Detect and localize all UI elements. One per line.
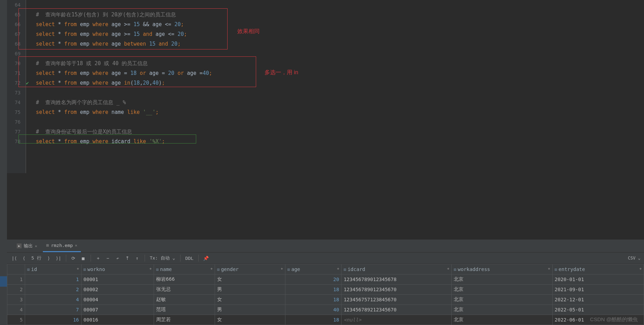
close-icon[interactable]: ✕ — [35, 244, 37, 248]
cell-entrydate[interactable]: 2022-05-01 — [552, 305, 644, 315]
refresh-button[interactable]: ⟳ — [69, 254, 78, 263]
ddl-button[interactable]: DDL — [183, 256, 196, 261]
line-number: 72 — [0, 78, 21, 88]
code-line[interactable]: select * from emp where age in(18,20,40)… — [36, 78, 644, 88]
cell-workaddress[interactable]: 北京 — [452, 285, 552, 295]
cell-idcard[interactable]: 123456789212345670 — [342, 305, 452, 315]
table-row[interactable]: 3400004赵敏女18123456757123845670北京2022-12-… — [7, 295, 644, 305]
left-marker — [0, 276, 7, 287]
cell-gender[interactable]: 男 — [215, 285, 285, 295]
code-line[interactable]: # 查询身份证号最后一位是X的员工信息 — [36, 127, 644, 137]
column-header-id[interactable]: ⊞id◆ — [25, 264, 81, 274]
result-grid[interactable]: ⊞id◆⊞workno◆⊞name◆⊞gender◆⊞age◆⊞idcard◆⊞… — [7, 264, 644, 325]
cell-gender[interactable]: 女 — [215, 295, 285, 305]
tx-label[interactable]: Tx: 自动 ⌄ — [148, 255, 177, 261]
code-line[interactable]: select * from emp where age >= 15 && age… — [36, 20, 644, 29]
first-page-button[interactable]: |⟨ — [10, 254, 19, 263]
cell-entrydate[interactable]: 2021-09-01 — [552, 285, 644, 295]
cell-gender[interactable]: 男 — [215, 305, 285, 315]
cell-workaddress[interactable]: 北京 — [452, 295, 552, 305]
tab-output[interactable]: ▶ 输出 ✕ — [13, 240, 41, 252]
column-header-age[interactable]: ⊞age◆ — [285, 264, 341, 274]
table-row[interactable]: 51600016周芷若女18<null>北京2022-06-01 — [7, 315, 644, 325]
tab-result-label: rmzh.emp — [51, 243, 73, 248]
code-line[interactable] — [36, 0, 644, 10]
cell-name[interactable]: 范瑶 — [154, 305, 215, 315]
cell-age[interactable]: 18 — [285, 315, 341, 325]
prev-page-button[interactable]: ⟨ — [20, 254, 29, 263]
column-header-gender[interactable]: ⊞gender◆ — [215, 264, 285, 274]
cell-workno[interactable]: 00016 — [81, 315, 154, 325]
cell-workno[interactable]: 00004 — [81, 295, 154, 305]
code-line[interactable] — [36, 49, 644, 59]
cell-id[interactable]: 16 — [25, 315, 81, 325]
remove-row-button[interactable]: − — [104, 254, 113, 263]
line-number: 66 — [0, 20, 21, 29]
code-line[interactable]: select * from emp where age >= 15 and ag… — [36, 29, 644, 39]
cell-workaddress[interactable]: 北京 — [452, 315, 552, 325]
code-line[interactable]: # 查询年龄等于18 或 20 或 40 的员工信息 — [36, 59, 644, 68]
play-icon: ▶ — [17, 243, 22, 248]
column-header-workaddress[interactable]: ⊞workaddress◆ — [452, 264, 552, 274]
rows-label: 5 行 — [29, 255, 44, 261]
cell-workaddress[interactable]: 北京 — [452, 274, 552, 285]
column-header-idcard[interactable]: ⊞idcard◆ — [342, 264, 452, 274]
column-header-entrydate[interactable]: ⊞entrydate◆ — [552, 264, 644, 274]
cell-name[interactable]: 周芷若 — [154, 315, 215, 325]
column-header-workno[interactable]: ⊞workno◆ — [81, 264, 154, 274]
code-area[interactable]: 效果相同 多选一，用 in # 查询年龄在15岁(包含) 到 20岁(包含)之间… — [26, 0, 644, 173]
cell-id[interactable]: 2 — [25, 285, 81, 295]
export-csv-button[interactable]: CSV ⌄ — [628, 256, 641, 261]
cell-id[interactable]: 7 — [25, 305, 81, 315]
code-line[interactable] — [36, 117, 644, 127]
code-line[interactable] — [36, 88, 644, 98]
cell-idcard[interactable]: 123456789012345670 — [342, 285, 452, 295]
cell-id[interactable]: 4 — [25, 295, 81, 305]
code-line[interactable]: select * from emp where idcard like '%X'… — [36, 137, 644, 146]
table-row[interactable]: 4700007范瑶男40123456789212345670北京2022-05-… — [7, 305, 644, 315]
cell-workno[interactable]: 00002 — [81, 285, 154, 295]
add-row-button[interactable]: + — [94, 254, 103, 263]
cell-age[interactable]: 40 — [285, 305, 341, 315]
cell-entrydate[interactable]: 2022-12-01 — [552, 295, 644, 305]
annotation-text-2: 多选一，用 in — [264, 69, 298, 76]
commit-button[interactable]: ⤒ — [123, 254, 132, 263]
revert-button[interactable]: ↶ — [113, 254, 122, 263]
table-row[interactable]: 1100001柳岩666女20123456789012345678北京2020-… — [7, 274, 644, 285]
cell-gender[interactable]: 女 — [215, 274, 285, 285]
cell-workaddress[interactable]: 北京 — [452, 305, 552, 315]
cell-entrydate[interactable]: 2020-01-01 — [552, 274, 644, 285]
cell-age[interactable]: 18 — [285, 295, 341, 305]
code-line[interactable]: # 查询年龄在15岁(包含) 到 20岁(包含)之间的员工信息 — [36, 10, 644, 20]
close-icon[interactable]: ✕ — [75, 243, 77, 248]
code-line[interactable]: select * from emp where age = 18 or age … — [36, 68, 644, 78]
cell-name[interactable]: 柳岩666 — [154, 274, 215, 285]
cell-gender[interactable]: 女 — [215, 315, 285, 325]
column-header-name[interactable]: ⊞name◆ — [154, 264, 215, 274]
row-number: 1 — [7, 274, 25, 285]
cell-name[interactable]: 张无忌 — [154, 285, 215, 295]
tab-result[interactable]: ⊞ rmzh.emp ✕ — [43, 240, 81, 252]
code-line[interactable]: select * from emp where name like '__'; — [36, 107, 644, 117]
cell-id[interactable]: 1 — [25, 274, 81, 285]
line-number: 74 — [0, 98, 21, 107]
cell-age[interactable]: 20 — [285, 274, 341, 285]
table-row[interactable]: 2200002张无忌男18123456789012345670北京2021-09… — [7, 285, 644, 295]
cell-name[interactable]: 赵敏 — [154, 295, 215, 305]
cell-age[interactable]: 18 — [285, 285, 341, 295]
cell-idcard[interactable]: 123456757123845670 — [342, 295, 452, 305]
submit-button[interactable]: ↑ — [133, 254, 142, 263]
code-line[interactable]: select * from emp where age between 15 a… — [36, 39, 644, 49]
result-tabs: ▶ 输出 ✕ ⊞ rmzh.emp ✕ — [7, 240, 644, 252]
cell-workno[interactable]: 00007 — [81, 305, 154, 315]
next-page-button[interactable]: ⟩ — [44, 254, 53, 263]
code-editor[interactable]: 646566676869707172737475767778 效果相同 多选一，… — [0, 0, 644, 173]
stop-button[interactable]: ■ — [79, 254, 88, 263]
cell-idcard[interactable]: <null> — [342, 315, 452, 325]
pin-button[interactable]: 📌 — [201, 254, 210, 263]
cell-workno[interactable]: 00001 — [81, 274, 154, 285]
cell-idcard[interactable]: 123456789012345678 — [342, 274, 452, 285]
line-number: 78 — [0, 137, 21, 146]
code-line[interactable]: # 查询姓名为两个字的员工信息 _ % — [36, 98, 644, 107]
last-page-button[interactable]: ⟩| — [54, 254, 63, 263]
